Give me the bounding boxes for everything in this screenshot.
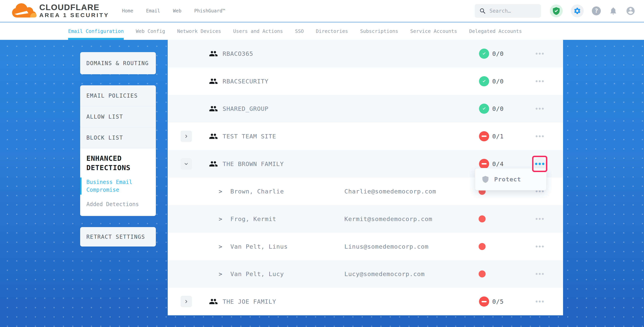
group-icon [209,132,218,141]
app-header: CLOUDFLARE AREA 1 SECURITY Home Email We… [0,0,644,22]
protection-status-button[interactable] [550,4,563,17]
nav-phishguard[interactable]: PhishGuard™ [194,8,225,13]
retract-settings-label: RETRACT SETTINGS [80,234,145,240]
status-badge-unprotected [479,159,489,169]
sidebar-domains-routing[interactable]: DOMAINS & ROUTING [80,52,156,74]
sidebar-item-block-list[interactable]: BLOCK LIST [80,127,156,148]
sidebar-section-enhanced-detections: ENHANCED DETECTIONS Business Email Compr… [80,148,156,216]
member-chevron-icon[interactable]: > [219,243,222,250]
group-icon [209,77,218,86]
row-actions-button[interactable] [536,190,544,192]
row-actions-button[interactable] [536,53,544,55]
group-name: RBACSECURITY [222,78,268,85]
status-dot-unprotected [478,271,486,278]
status-dot-unprotected [478,243,486,250]
brand-text: CLOUDFLARE AREA 1 SECURITY [39,3,109,19]
table-row[interactable]: THE JOE FAMILY 0/5 [168,288,563,315]
search-icon [480,8,486,14]
sidebar-item-email-policies[interactable]: EMAIL POLICIES [80,85,156,106]
status-dot-unprotected [478,215,486,222]
expand-row-button[interactable] [180,131,192,142]
minus-icon [482,135,486,137]
member-chevron-icon[interactable]: > [219,188,222,195]
group-icon [209,297,218,306]
member-chevron-icon[interactable]: > [219,215,222,222]
help-button[interactable]: ? [592,6,601,15]
minus-icon [482,301,486,302]
groups-table: RBACO365 0/0 RBACSECURITY 0/0 SHARED_GRO… [168,40,563,315]
status-badge-protected [479,104,489,114]
member-name: Van Pelt, Lucy [230,271,284,278]
settings-button[interactable] [571,4,584,17]
allow-list-label: ALLOW LIST [86,113,123,120]
tab-email-configuration[interactable]: Email Configuration [68,22,124,40]
status-badge-unprotected [479,297,489,307]
table-row[interactable]: SHARED_GROUP 0/0 [168,95,563,122]
top-nav: Home Email Web PhishGuard™ [122,8,225,13]
tab-directories[interactable]: Directories [316,22,348,40]
group-name: THE BROWN FAMILY [222,160,284,167]
collapse-row-button[interactable] [180,158,192,170]
protected-count: 0/5 [492,298,504,305]
row-actions-button[interactable] [536,108,544,110]
brand-name: CLOUDFLARE [39,3,109,12]
row-actions-button[interactable] [536,218,544,220]
domains-routing-label: DOMAINS & ROUTING [80,60,149,66]
search-input[interactable] [489,8,536,14]
nav-email[interactable]: Email [146,8,160,13]
sidebar-item-added-detections[interactable]: Added Detections [80,200,156,209]
tab-web-config[interactable]: Web Config [136,22,165,40]
table-row[interactable]: TEST TEAM SITE 0/1 [168,122,563,150]
gear-icon [573,7,581,15]
table-row-member[interactable]: > Frog, Kermit Kermit@somedemocorp.com [168,205,563,233]
user-avatar-icon[interactable] [626,6,636,16]
sidebar-item-business-email-compromise[interactable]: Business Email Compromise [80,178,156,195]
search-box[interactable] [475,4,541,18]
protected-count: 0/0 [492,50,504,57]
check-icon [481,51,487,56]
header-icons: ? [550,4,636,17]
row-actions-button[interactable] [536,135,544,137]
tab-subscriptions[interactable]: Subscriptions [360,22,398,40]
member-name: Frog, Kermit [230,215,276,222]
shield-check-icon [552,7,560,15]
menu-item-protect[interactable]: Protect [494,176,521,183]
table-row-member[interactable]: > Van Pelt, Lucy Lucy@somedemocorp.com [168,260,563,288]
row-actions-button[interactable] [536,246,544,248]
protected-count: 0/1 [492,133,504,140]
enhanced-detections-heading[interactable]: ENHANCED DETECTIONS [80,154,156,172]
block-list-label: BLOCK LIST [86,135,123,141]
highlight-annotation-box [532,156,547,172]
tab-delegated-accounts[interactable]: Delegated Accounts [469,22,522,40]
expand-row-button[interactable] [180,296,192,307]
member-email: Linus@somedemocorp.com [344,243,428,250]
table-row-member[interactable]: > Van Pelt, Linus Linus@somedemocorp.com [168,233,563,260]
chevron-right-icon [184,134,188,138]
tab-users-and-actions[interactable]: Users and Actions [233,22,283,40]
check-icon [481,78,487,84]
table-row[interactable]: RBACO365 0/0 [168,40,563,67]
row-actions-button[interactable] [536,301,544,303]
member-email: Charlie@somedemocorp.com [344,188,436,195]
tab-sso[interactable]: SSO [295,22,304,40]
notifications-bell-icon[interactable] [609,6,618,15]
help-icon: ? [594,7,598,14]
nav-web[interactable]: Web [173,8,181,13]
nav-home[interactable]: Home [122,8,133,13]
group-name: TEST TEAM SITE [222,133,276,140]
email-policies-label: EMAIL POLICIES [86,92,138,99]
group-name: THE JOE FAMILY [222,298,276,305]
tab-service-accounts[interactable]: Service Accounts [410,22,457,40]
sidebar-item-allow-list[interactable]: ALLOW LIST [80,106,156,127]
tab-network-devices[interactable]: Network Devices [177,22,221,40]
cloudflare-logo[interactable]: CLOUDFLARE AREA 1 SECURITY [11,3,109,19]
config-tabs: Email Configuration Web Config Network D… [0,22,644,40]
member-chevron-icon[interactable]: > [219,271,222,278]
table-row[interactable]: RBACSECURITY 0/0 [168,67,563,95]
member-email: Lucy@somedemocorp.com [344,271,425,278]
member-name: Van Pelt, Linus [230,243,288,250]
sidebar-retract-settings[interactable]: RETRACT SETTINGS [80,227,156,247]
chevron-down-icon [184,162,188,166]
row-actions-button[interactable] [536,80,544,82]
row-actions-button[interactable] [536,273,544,275]
